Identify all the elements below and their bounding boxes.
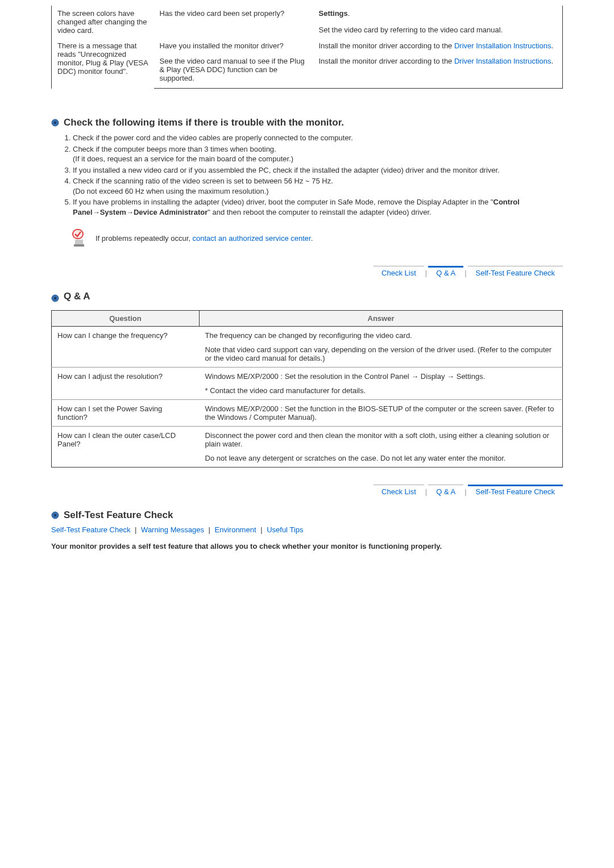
tab-check-list[interactable]: Check List xyxy=(374,266,424,279)
nav-tabs: Check List | Q & A | Self-Test Feature C… xyxy=(51,485,563,498)
selftest-links: Self-Test Feature Check | Warning Messag… xyxy=(51,525,563,534)
qa-answer: Disconnect the power cord and then clean… xyxy=(200,427,563,468)
driver-instructions-link[interactable]: Driver Installation Instructions xyxy=(454,41,551,50)
nav-separator: | xyxy=(424,487,428,496)
note-row: If problems repeatedly occur, contact an… xyxy=(51,227,563,249)
qa-question: How can I set the Power Saving function? xyxy=(52,400,200,427)
nav-separator: | xyxy=(424,269,428,277)
nav-separator: | xyxy=(463,269,467,277)
nav-separator: | xyxy=(463,487,467,496)
bullet-icon xyxy=(51,119,59,127)
checklist: Check if the power cord and the video ca… xyxy=(51,133,563,217)
solution-cell: Install the monitor driver according to … xyxy=(313,53,563,89)
svg-point-1 xyxy=(54,122,56,124)
note-icon xyxy=(68,227,90,249)
selftest-heading: Self-Test Feature Check xyxy=(64,510,173,521)
environment-link[interactable]: Environment xyxy=(215,525,256,534)
symptom-cell: There is a message that reads "Unrecogni… xyxy=(52,38,154,89)
svg-rect-3 xyxy=(74,244,84,247)
qa-answer: Windows ME/XP/2000 : Set the resolution … xyxy=(200,368,563,400)
qa-header: Q & A xyxy=(51,291,563,306)
service-center-link[interactable]: contact an authorized service center xyxy=(193,234,311,243)
tab-qa[interactable]: Q & A xyxy=(428,485,463,498)
note-text: If problems repeatedly occur, contact an… xyxy=(96,234,313,243)
qa-question: How can I change the frequency? xyxy=(52,327,200,368)
list-item: Check if the scanning ratio of the video… xyxy=(73,176,563,196)
tab-selftest[interactable]: Self-Test Feature Check xyxy=(468,266,563,279)
tab-selftest[interactable]: Self-Test Feature Check xyxy=(468,485,563,498)
check-cell: Has the video card been set properly? xyxy=(154,6,313,38)
selftest-header: Self-Test Feature Check xyxy=(51,510,563,521)
svg-point-6 xyxy=(54,297,56,299)
qa-answer: The frequency can be changed by reconfig… xyxy=(200,327,563,368)
list-item: If you have problems in installing the a… xyxy=(73,197,563,217)
solution-cell: Settings. xyxy=(313,6,563,22)
selftest-link[interactable]: Self-Test Feature Check xyxy=(51,525,130,534)
tab-check-list[interactable]: Check List xyxy=(374,485,424,498)
troubleshoot-table: The screen colors have changed after cha… xyxy=(51,6,563,89)
qa-question: How can I clean the outer case/LCD Panel… xyxy=(52,427,200,468)
solution-cell: Set the video card by referring to the v… xyxy=(313,22,563,39)
nav-tabs: Check List | Q & A | Self-Test Feature C… xyxy=(51,266,563,279)
solution-cell: Install the monitor driver according to … xyxy=(313,38,563,53)
list-item: Check if the power cord and the video ca… xyxy=(73,133,563,143)
qa-title: Q & A xyxy=(64,291,90,302)
svg-point-8 xyxy=(54,514,56,516)
tab-qa[interactable]: Q & A xyxy=(428,266,463,279)
qa-table: Question Answer How can I change the fre… xyxy=(51,310,563,468)
selftest-intro: Your monitor provides a self test featur… xyxy=(51,542,563,550)
checklist-heading: Check the following items if there is tr… xyxy=(64,117,344,128)
list-item: If you installed a new video card or if … xyxy=(73,165,563,176)
useful-tips-link[interactable]: Useful Tips xyxy=(267,525,303,534)
list-item: Check if the computer beeps more than 3 … xyxy=(73,144,563,164)
qa-header-question: Question xyxy=(52,311,200,327)
check-cell: Have you installed the monitor driver? xyxy=(154,38,313,53)
qa-question: How can I adjust the resolution? xyxy=(52,368,200,400)
bullet-icon xyxy=(51,511,59,519)
check-cell: See the video card manual to see if the … xyxy=(154,53,313,89)
checklist-header: Check the following items if there is tr… xyxy=(51,117,563,128)
qa-header-answer: Answer xyxy=(200,311,563,327)
driver-instructions-link[interactable]: Driver Installation Instructions xyxy=(454,57,551,65)
svg-rect-4 xyxy=(73,229,83,239)
warning-messages-link[interactable]: Warning Messages xyxy=(141,525,204,534)
qa-answer: Windows ME/XP/2000 : Set the function in… xyxy=(200,400,563,427)
bullet-icon xyxy=(51,294,59,302)
symptom-cell: The screen colors have changed after cha… xyxy=(52,6,154,38)
